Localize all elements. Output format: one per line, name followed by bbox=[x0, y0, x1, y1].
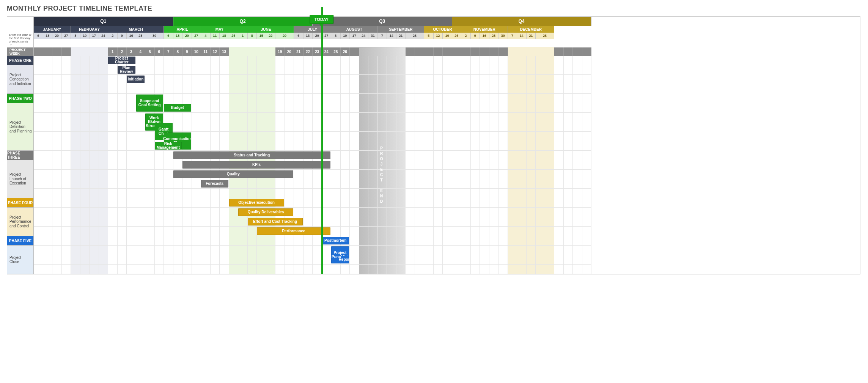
phase-header: PHASE TWO bbox=[7, 94, 34, 103]
week-start-date: 19 bbox=[443, 33, 452, 39]
week-start-date: 1 bbox=[238, 33, 248, 39]
gantt-bar[interactable]: Report bbox=[341, 256, 349, 263]
project-week-number: 14 bbox=[229, 47, 239, 56]
week-start-date: 23 bbox=[489, 33, 499, 39]
week-start-date: 20 bbox=[52, 33, 62, 39]
week-start-date: 14 bbox=[387, 33, 396, 39]
project-week-number: 13 bbox=[220, 47, 229, 56]
month-header: AUGUST bbox=[331, 26, 378, 33]
project-week-number: 17 bbox=[257, 47, 266, 56]
project-week-number: 16 bbox=[248, 47, 257, 56]
project-week-number bbox=[489, 47, 499, 56]
gantt-bar[interactable]: Initiation bbox=[127, 76, 145, 83]
week-start-date: 17 bbox=[350, 33, 359, 39]
project-week-number bbox=[43, 47, 53, 56]
project-week-number bbox=[62, 47, 71, 56]
project-week-number bbox=[480, 47, 489, 56]
project-week-number: 15 bbox=[238, 47, 248, 56]
phase-group-label: ProjectPerformanceand Control bbox=[7, 208, 34, 236]
gantt-bar[interactable]: Objective Execution bbox=[229, 199, 284, 206]
week-start-date: 17 bbox=[90, 33, 99, 39]
week-start-date: 16 bbox=[480, 33, 489, 39]
week-start-date: 10 bbox=[341, 33, 350, 39]
phase-header: PHASE ONE bbox=[7, 56, 34, 65]
gantt-bar[interactable]: Postmortem bbox=[322, 237, 349, 244]
gantt-bar[interactable]: KPIs bbox=[182, 161, 330, 169]
project-week-number: 4 bbox=[136, 47, 146, 56]
project-week-number: 9 bbox=[182, 47, 192, 56]
gantt-bar[interactable]: Quality Deliverables bbox=[238, 208, 293, 216]
week-start-date: 9 bbox=[471, 33, 480, 39]
week-start-date: 3 bbox=[71, 33, 80, 39]
project-week-number bbox=[350, 47, 359, 56]
gantt-bar[interactable]: Risk Management bbox=[155, 142, 182, 150]
week-start-date: 5 bbox=[424, 33, 434, 39]
week-start-date: 28 bbox=[536, 33, 554, 39]
project-week-number: 3 bbox=[127, 47, 136, 56]
month-header: APRIL bbox=[164, 26, 201, 33]
month-header: MAY bbox=[201, 26, 238, 33]
project-week-number bbox=[434, 47, 443, 56]
project-week-number: 24 bbox=[322, 47, 332, 56]
week-start-date: 15 bbox=[257, 33, 266, 39]
project-week-number bbox=[34, 47, 43, 56]
week-start-date: 6 bbox=[34, 33, 43, 39]
project-week-number: 6 bbox=[155, 47, 164, 56]
project-week-number: 23 bbox=[313, 47, 322, 56]
week-start-date: 13 bbox=[303, 33, 313, 39]
project-week-number: 2 bbox=[118, 47, 127, 56]
gantt-bar[interactable]: Project Charter bbox=[108, 57, 135, 64]
project-week-number bbox=[387, 47, 396, 56]
project-week-number: 25 bbox=[331, 47, 341, 56]
project-week-number bbox=[517, 47, 527, 56]
project-week-number: 8 bbox=[173, 47, 183, 56]
week-start-date: 7 bbox=[378, 33, 387, 39]
week-start-date: 20 bbox=[182, 33, 192, 39]
week-start-date: 2 bbox=[108, 33, 118, 39]
project-week-number bbox=[461, 47, 471, 56]
week-start-date: 3 bbox=[331, 33, 341, 39]
week-start-date: 9 bbox=[118, 33, 127, 39]
gantt-bar[interactable]: Quality bbox=[173, 170, 294, 178]
project-week-number bbox=[80, 47, 90, 56]
gantt-container: P R O J E C T E N D Q1Q2Q3Q4 JANUARYFEBR… bbox=[7, 16, 860, 274]
gantt-body: PHASE ONEProject CharterProjectConceptio… bbox=[7, 56, 860, 274]
project-week-number bbox=[527, 47, 536, 56]
project-week-number: 10 bbox=[192, 47, 201, 56]
project-week-number bbox=[52, 47, 62, 56]
gantt-bar[interactable]: Budget bbox=[164, 104, 191, 112]
header-months: JANUARYFEBRUARYMARCHAPRILMAYJUNEJULYAUGU… bbox=[7, 26, 860, 33]
month-header: JANUARY bbox=[34, 26, 71, 33]
gantt-bar[interactable]: Performance bbox=[257, 227, 330, 235]
month-header: SEPTEMBER bbox=[378, 26, 425, 33]
project-week-number bbox=[582, 47, 592, 56]
week-start-date: 8 bbox=[248, 33, 257, 39]
week-start-date: 10 bbox=[80, 33, 90, 39]
project-week-number bbox=[554, 47, 564, 56]
gantt-bar[interactable]: Forecasts bbox=[201, 180, 228, 188]
page-title: MONTHLY PROJECT TIMELINE TEMPLATE bbox=[7, 5, 860, 13]
gantt-bar[interactable]: Scope and Goal Setting bbox=[136, 95, 164, 112]
project-week-number bbox=[564, 47, 573, 56]
side-note: Enter the date of the first Monday of ea… bbox=[7, 33, 34, 47]
week-start-date: 2 bbox=[461, 33, 471, 39]
week-start-date: 6 bbox=[294, 33, 303, 39]
quarter-header: Q4 bbox=[452, 17, 592, 26]
project-week-number bbox=[508, 47, 517, 56]
project-week-number bbox=[90, 47, 99, 56]
project-week-number bbox=[368, 47, 378, 56]
project-week-number bbox=[359, 47, 369, 56]
week-start-date: 4 bbox=[201, 33, 211, 39]
phase-header: PHASE FIVE bbox=[7, 236, 34, 246]
gantt-bar[interactable]: Status and Tracking bbox=[173, 151, 331, 159]
project-week-number bbox=[71, 47, 80, 56]
week-start-date: 26 bbox=[452, 33, 462, 39]
project-week-number: 26 bbox=[341, 47, 350, 56]
week-start-date: 27 bbox=[322, 33, 332, 39]
phase-group-label: ProjectConceptionand Initiation bbox=[7, 65, 34, 94]
gantt-bar[interactable]: Plan Review bbox=[118, 66, 135, 74]
week-start-date: 20 bbox=[313, 33, 322, 39]
week-start-date: 13 bbox=[173, 33, 183, 39]
gantt-bar[interactable]: Effort and Cost Tracking bbox=[248, 218, 303, 225]
header-days: Enter the date of the first Monday of ea… bbox=[7, 33, 860, 47]
